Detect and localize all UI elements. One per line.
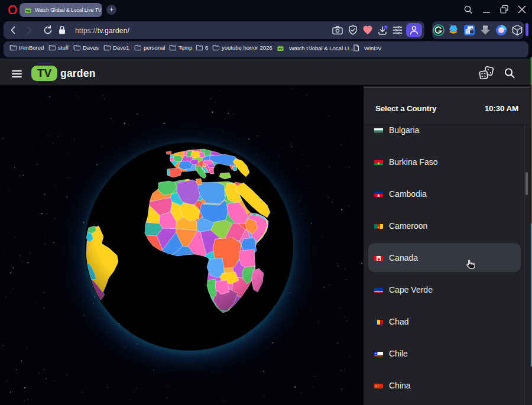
svg-text:TV: TV (278, 47, 283, 51)
svg-text:TV: TV (26, 9, 30, 13)
